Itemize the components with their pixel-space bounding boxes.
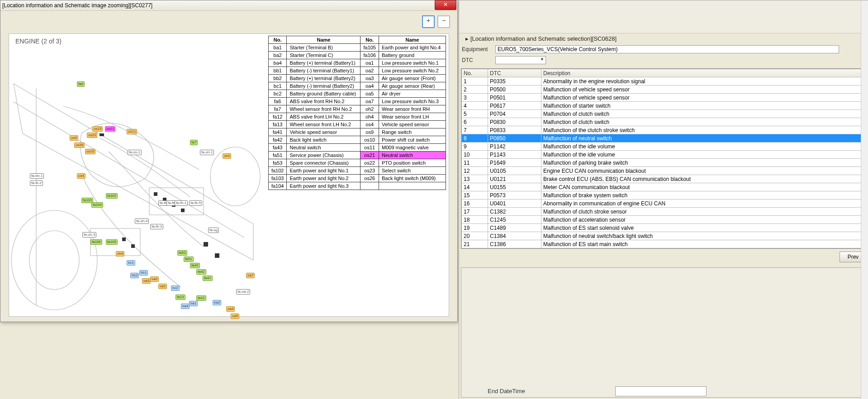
callout-label[interactable]: fa51 [184,256,194,262]
callout-label[interactable]: oa1 [158,284,167,289]
callout-label[interactable]: bc1 [127,260,135,266]
callout-label[interactable]: fa12 [196,295,206,301]
modal-titlebar[interactable]: [Location information and Schematic imag… [0,0,457,11]
callout-label[interactable]: oh2 [223,153,231,159]
callout-label[interactable]: fa-os-1 [128,150,142,155]
callout-label[interactable]: fa43 [190,263,200,268]
ref-row[interactable]: fa104Earth power and light No.3 [268,182,446,190]
dtc-row[interactable]: 15P0573Malfunction of brake system switc… [462,191,866,200]
end-datetime-field[interactable] [615,386,707,396]
expand-icon[interactable]: ▸ [465,35,469,42]
ref-row[interactable]: bc2Battery ground (Battery cable)oa5Air … [268,90,446,98]
callout-label[interactable]: oa4 [226,306,235,312]
callout-label[interactable]: fa-eb-1 [30,173,44,179]
callout-label[interactable]: fa-oa-2 [236,289,250,294]
callout-label[interactable]: os10 [85,149,95,154]
dtc-row[interactable]: 11P1649Malfunction of parking brake swit… [462,159,866,167]
callout-label[interactable]: bc2 [171,285,180,291]
callout-label[interactable]: fa-oh-3 [82,232,96,238]
ref-row[interactable]: fa51Service power (Chassis)os21Neutral s… [268,152,446,159]
ref-row[interactable]: fa102Earth power and light No.1os23Selec… [268,167,446,175]
ref-row[interactable]: ba2Starter (Terminal C)fa106Battery grou… [268,52,446,59]
callout-label[interactable]: fa-fb-2 [30,180,43,186]
callout-label[interactable]: fa42 [196,269,206,275]
dtc-combobox[interactable] [495,56,546,64]
scrollbar[interactable] [861,0,868,399]
dtc-row[interactable]: 12U0105Engine ECU CAN communication blac… [462,167,866,175]
callout-label[interactable]: fa-og [208,228,219,233]
callout-label[interactable]: fa6 [77,81,85,87]
dtc-row[interactable]: 17C1382Malfunction of clutch stroke sens… [462,208,866,216]
callout-label[interactable]: fa53 [177,250,187,256]
callout-label[interactable]: fa106 [90,239,102,245]
callout-label[interactable]: ba1 [189,301,198,306]
schematic-canvas[interactable]: ENGINE (2 of 3) [9,33,449,317]
ref-row[interactable]: bb1Battery (-) terminal (Battery1)oa2Low… [268,67,446,75]
grid-header-desc[interactable]: Description [541,69,866,77]
dtc-row[interactable]: 4P0617Malfunction of starter switch [462,102,866,110]
callout-label[interactable]: oa2 [150,276,159,282]
callout-label[interactable]: bb2 [130,273,139,278]
callout-label[interactable]: oa5 [231,314,239,319]
callout-label[interactable]: os21 [105,126,115,132]
callout-label[interactable]: fa41 [203,276,213,281]
dtc-row[interactable]: 21C1386Malfunction of ES start main swit… [462,240,866,248]
dtc-row[interactable]: 5P0704Malfunction of clutch switch [462,110,866,118]
dtc-grid[interactable]: No. DTC Description 1P0335Abnormality in… [461,69,866,248]
callout-label[interactable]: oh4 [116,251,124,256]
dtc-row[interactable]: 19C1489Malfunction of ES start solenoid … [462,224,866,232]
callout-label[interactable]: os22 [87,133,97,138]
callout-label[interactable]: os26 [74,142,85,148]
dtc-row[interactable]: 14U0155Meter CAN communication blackout [462,183,866,191]
dtc-row[interactable]: 9P1142Malfunction of the idle volume [462,142,866,151]
ref-row[interactable]: fa43Neutral switchos11M009 magnetic valv… [268,144,446,152]
callout-label[interactable]: os11 [127,129,137,134]
dtc-row[interactable]: 13U0121Brake control ECU (ABS, EBS) CAN … [462,175,866,183]
callout-label[interactable]: fa-oh-4 [135,218,149,224]
ref-row[interactable]: bb2Battery (+) terminal (Battery2)oa3Air… [268,75,446,82]
callout-label[interactable]: fa-oh-1 [200,150,214,155]
grid-header-no[interactable]: No. [462,69,488,77]
zoom-out-button[interactable]: − [437,15,450,28]
ref-row[interactable]: fa7Wheel sensor front RH No.2oh2Wear sen… [268,105,446,113]
ref-row[interactable]: ba4Battery (+) terminal (Battery1)oa1Low… [268,59,446,67]
callout-label[interactable]: oa3 [142,278,151,284]
dtc-row[interactable]: 16U0401Abnormality in communication of e… [462,200,866,208]
ref-row[interactable]: fa103Earth power and light No.2os26Back … [268,175,446,182]
callout-label[interactable]: os9 [70,135,78,141]
callout-label[interactable]: os4 [77,173,85,179]
dtc-row[interactable]: 18C1245Malfunction of acceleration senso… [462,216,866,224]
ref-row[interactable]: ba1Starter (Terminal B)fa105Earth power … [268,44,446,52]
callout-label[interactable]: fa104 [91,202,103,208]
dtc-row[interactable]: 6P0830Malfunction of clutch switch [462,118,866,126]
dtc-row[interactable]: 1P0335Abnormality in the engine revoluti… [462,77,866,86]
dtc-row[interactable]: 7P0833Malfunction of the clutch stroke s… [462,126,866,134]
callout-label[interactable]: fa13 [175,294,185,300]
dtc-row[interactable]: 20C1384Malfunction of neutral switch/bac… [462,232,866,240]
callout-label[interactable]: bb1 [139,270,148,276]
dtc-row[interactable]: 10P1143Malfunction of the idle volume [462,151,866,159]
ref-row[interactable]: fa6ABS valve front RH No.2oa7Low pressur… [268,98,446,105]
callout-label[interactable]: fa105 [106,239,118,245]
callout-label[interactable]: fa102 [106,193,118,199]
callout-label[interactable]: fa-fb-3 [150,224,163,229]
ref-row[interactable]: fa13Wheel sensor front LH No.2os4Vehicle… [268,121,446,128]
dtc-row[interactable]: 3P0501Malfunction of vehicle speed senso… [462,94,866,102]
ref-row[interactable]: bc1Battery (-) terminal (Battery2)oa4Air… [268,82,446,90]
callout-label[interactable]: fa7 [190,140,198,145]
callout-label[interactable]: fa-fb-1 [175,200,188,206]
callout-label[interactable]: ba2 [213,300,221,305]
close-button[interactable]: ✕ [435,0,456,10]
callout-label[interactable]: fa-fb-5 [189,200,202,206]
ref-row[interactable]: fa12ABS valve front LH No.2oh4Wear senso… [268,113,446,121]
ref-row[interactable]: fa42Back light switchos10Power shift cut… [268,136,446,144]
callout-label[interactable]: oa7 [246,273,255,278]
ref-row[interactable]: fa41Vehicle speed sensoros9Range switch [268,128,446,136]
grid-header-dtc[interactable]: DTC [488,69,541,77]
equipment-field[interactable] [495,45,839,53]
callout-label[interactable]: os23 [92,126,103,132]
dtc-row[interactable]: 8P0850Malfunction of neutral switch [462,134,866,142]
dtc-row[interactable]: 2P0500Malfunction of vehicle speed senso… [462,86,866,94]
callout-label[interactable]: ba4 [181,304,190,309]
ref-row[interactable]: fa53Spare connector (Chassis)os22PTO pos… [268,159,446,167]
